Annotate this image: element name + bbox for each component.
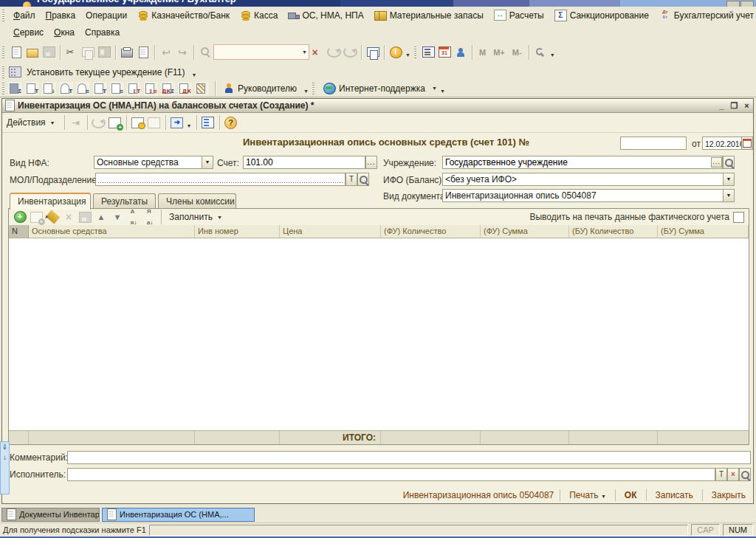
- close-button[interactable]: Закрыть: [709, 489, 749, 502]
- mol-search-button[interactable]: [357, 173, 369, 186]
- menu-edit[interactable]: Правка: [41, 9, 81, 22]
- date-calendar-button[interactable]: [741, 137, 753, 150]
- doc-type-combo[interactable]: Инвентаризационная опись 0504087 ▼: [442, 189, 735, 202]
- search-dropdown-button[interactable]: ▼: [300, 49, 309, 55]
- toolbar-drag-handle[interactable]: [2, 46, 4, 58]
- actions-button[interactable]: Действия▼: [2, 116, 61, 129]
- move-up-button[interactable]: ▲: [93, 209, 109, 225]
- menu-service[interactable]: Сервис: [8, 26, 49, 39]
- institution-dropdown-button[interactable]: ▼: [190, 72, 198, 77]
- ifo-dropdown-button[interactable]: ▼: [723, 173, 735, 186]
- scroll-down-button[interactable]: ↓: [3, 454, 7, 461]
- post-document-button[interactable]: ⇥: [68, 114, 84, 131]
- memory-m-minus-button[interactable]: M-: [509, 48, 526, 57]
- document-structure-button[interactable]: [200, 114, 216, 131]
- clear-search-button[interactable]: [309, 44, 326, 61]
- report-button-3[interactable]: ↓: [42, 82, 56, 95]
- service-messages-button[interactable]: ⇓: [1, 444, 7, 451]
- add-row-button[interactable]: +: [12, 209, 28, 225]
- search-next-button[interactable]: [342, 44, 358, 61]
- set-current-institution-button[interactable]: Установить текущее учреждение (F11): [21, 66, 190, 79]
- tab-inventory[interactable]: Инвентаризация: [10, 193, 91, 210]
- reports-toolbar-drag[interactable]: [2, 83, 4, 94]
- post-button[interactable]: [130, 114, 146, 131]
- menu-calculations[interactable]: ↔Расчеты: [489, 8, 549, 22]
- copy-button[interactable]: [80, 44, 96, 61]
- institution-search-button[interactable]: [723, 156, 735, 169]
- report-button-1[interactable]: Σ: [8, 82, 22, 95]
- help-button[interactable]: ?: [223, 114, 239, 131]
- institution-field[interactable]: [442, 156, 723, 169]
- report-button-11[interactable]: ДК: [178, 82, 192, 95]
- calculator-button[interactable]: [420, 44, 436, 61]
- document-number-field[interactable]: [620, 137, 687, 150]
- vid-nfa-combo[interactable]: Основные средства ▼: [94, 156, 213, 169]
- report-button-9[interactable]: ↕≡: [144, 82, 158, 95]
- paste-button[interactable]: [96, 44, 112, 61]
- tab-commission[interactable]: Члены комиссии: [158, 193, 236, 209]
- new-document-button[interactable]: [8, 44, 24, 61]
- internet-toolbar-drag[interactable]: [312, 83, 315, 94]
- info-button[interactable]: i: [388, 44, 404, 61]
- mol-type-button[interactable]: Т: [346, 173, 357, 186]
- report-button-4[interactable]: T: [59, 82, 73, 95]
- internet-support-button[interactable]: Интернет-поддержка: [318, 81, 430, 96]
- vid-nfa-dropdown-button[interactable]: ▼: [202, 156, 213, 169]
- report-button-8[interactable]: ↕T: [127, 82, 141, 95]
- internet-dropdown-button[interactable]: ▼: [430, 86, 439, 91]
- table-body[interactable]: [9, 238, 749, 430]
- internet-dropdown-button-2[interactable]: ▼: [439, 89, 447, 94]
- user-permissions-button[interactable]: [453, 44, 469, 61]
- print-button[interactable]: [119, 44, 135, 61]
- menubar-drag-handle[interactable]: [2, 10, 4, 21]
- open-button[interactable]: [24, 44, 41, 61]
- institution-select-button[interactable]: ...: [711, 157, 722, 168]
- edit-row-button[interactable]: [44, 209, 61, 225]
- institution-toolbar-drag[interactable]: [2, 66, 4, 78]
- app-close-button[interactable]: [740, 1, 754, 7]
- account-field[interactable]: [243, 156, 365, 169]
- taskbar-tab-documents[interactable]: Документы Инвентаризаци...: [1, 508, 100, 522]
- tools-dropdown-button[interactable]: ▼: [549, 52, 557, 58]
- executor-search-button[interactable]: [739, 468, 751, 481]
- move-down-button[interactable]: ▼: [109, 209, 126, 225]
- tools-button[interactable]: [532, 44, 549, 61]
- go-to-button[interactable]: ➜: [169, 114, 185, 131]
- executor-type-button[interactable]: Т: [715, 468, 727, 481]
- report-button-10[interactable]: ДКΣ: [161, 82, 175, 95]
- fill-button[interactable]: Заполнить▼: [165, 212, 228, 222]
- delete-row-button[interactable]: ×: [61, 209, 77, 225]
- report-button-12[interactable]: [195, 82, 209, 95]
- memory-m-button[interactable]: M: [475, 48, 489, 57]
- unpost-button[interactable]: [146, 114, 162, 131]
- menu-file[interactable]: Файл: [8, 9, 41, 22]
- col-bu-sum[interactable]: (БУ) Сумма: [658, 225, 749, 238]
- col-fixed-assets[interactable]: Основные средства: [29, 225, 195, 238]
- executor-field[interactable]: [67, 468, 715, 481]
- copy-new-button[interactable]: +: [107, 114, 123, 131]
- manager-dropdown-button[interactable]: ▼: [302, 89, 310, 94]
- menu-sanctioning[interactable]: ΣСанкционирование: [549, 8, 654, 23]
- report-button-7[interactable]: ≡: [110, 82, 124, 95]
- go-to-dropdown[interactable]: ▼: [185, 123, 193, 128]
- app-restore-button[interactable]: [726, 1, 740, 7]
- calendar-button[interactable]: 31: [436, 44, 453, 61]
- info-dropdown-button[interactable]: ▼: [404, 52, 412, 58]
- col-fu-quantity[interactable]: (ФУ) Количество: [381, 225, 481, 238]
- undo-button[interactable]: ↩: [158, 44, 174, 61]
- sort-asc-button[interactable]: Ая↓: [126, 209, 142, 225]
- menu-help[interactable]: Справка: [80, 26, 125, 39]
- manager-reports-button[interactable]: Руководителю: [219, 81, 302, 95]
- taskbar-tab-inventory[interactable]: Инвентаризация ОС (НМА,...: [102, 508, 255, 522]
- doc-restore-button[interactable]: ❐: [728, 101, 740, 111]
- doc-minimize-button[interactable]: _: [715, 101, 728, 110]
- menu-windows[interactable]: Окна: [49, 26, 80, 39]
- search-input[interactable]: [214, 46, 300, 58]
- ok-button[interactable]: ОК: [622, 489, 640, 502]
- ifo-combo[interactable]: <без учета ИФО> ▼: [442, 173, 735, 186]
- col-fu-sum[interactable]: (ФУ) Сумма: [481, 225, 569, 238]
- save-button[interactable]: [41, 44, 57, 61]
- copy-row-button[interactable]: +: [28, 209, 44, 225]
- print-preview-button[interactable]: [135, 44, 151, 61]
- write-button[interactable]: Записать: [653, 489, 696, 502]
